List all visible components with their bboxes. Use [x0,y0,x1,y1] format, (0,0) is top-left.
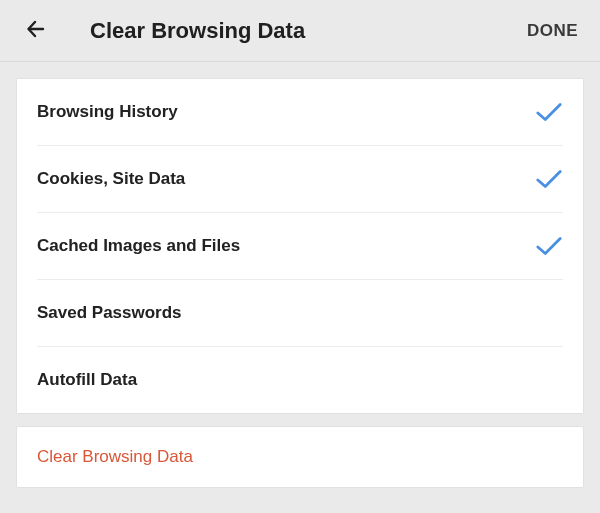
page-title: Clear Browsing Data [90,18,523,44]
list-item[interactable]: Cached Images and Files [17,213,583,279]
clear-browsing-data-button[interactable]: Clear Browsing Data [17,427,583,487]
list-item[interactable]: Browsing History [17,79,583,145]
check-icon [535,169,563,189]
header: Clear Browsing Data DONE [0,0,600,62]
action-card: Clear Browsing Data [16,426,584,488]
list-item[interactable]: Saved Passwords [17,280,583,346]
list-item[interactable]: Cookies, Site Data [17,146,583,212]
check-icon [535,370,563,390]
back-button[interactable] [18,11,54,50]
done-button[interactable]: DONE [523,13,582,49]
check-icon [535,303,563,323]
arrow-left-icon [24,17,48,44]
list-item-label: Saved Passwords [37,303,182,323]
check-icon [535,102,563,122]
options-list: Browsing HistoryCookies, Site DataCached… [16,78,584,414]
list-item-label: Autofill Data [37,370,137,390]
list-item-label: Browsing History [37,102,178,122]
list-item-label: Cookies, Site Data [37,169,185,189]
list-item[interactable]: Autofill Data [17,347,583,413]
check-icon [535,236,563,256]
list-item-label: Cached Images and Files [37,236,240,256]
